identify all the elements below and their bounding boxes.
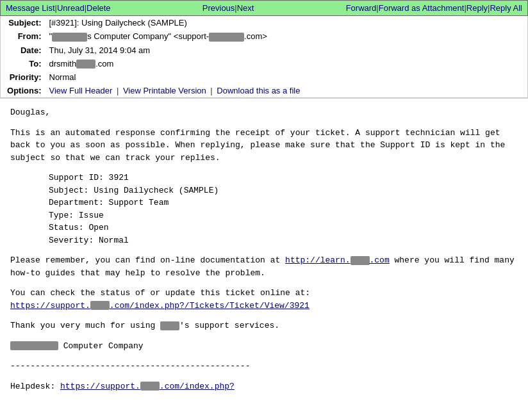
options-value: View Full Header | View Printable Versio…	[45, 84, 528, 98]
to-label: To:	[1, 57, 45, 71]
forward-link[interactable]: Forward	[346, 3, 377, 13]
detail-type: Type: Issue	[49, 209, 518, 222]
detail-support-id: Support ID: 3921	[49, 172, 518, 184]
from-redacted-2	[209, 33, 244, 42]
message-list-link[interactable]: Message List	[6, 3, 55, 13]
left-nav: Message List | Unread | Delete	[6, 3, 111, 13]
company-text: Computer Company	[63, 341, 144, 351]
para3-text: You can check the status of or update th…	[10, 288, 310, 298]
para3: You can check the status of or update th…	[10, 287, 518, 312]
forward-attachment-link[interactable]: Forward as Attachment	[379, 3, 465, 13]
date-row: Date: Thu, July 31, 2014 9:04 am	[1, 44, 528, 57]
greeting: Douglas,	[10, 106, 518, 119]
helpdesk-redacted	[140, 382, 160, 391]
to-redacted	[76, 60, 95, 69]
helpdesk-link[interactable]: https://support. .com/index.php?	[60, 382, 235, 391]
company-redacted	[10, 341, 58, 350]
delete-link[interactable]: Delete	[87, 3, 111, 13]
priority-row: Priority: Normal	[1, 70, 528, 84]
email-body: Douglas, This is an automated response c…	[0, 99, 528, 408]
email-header: Subject: [#3921]: Using Dailycheck (SAMP…	[0, 16, 528, 98]
company-name: Computer Company	[10, 340, 518, 353]
priority-value: Normal	[45, 70, 528, 84]
reply-link[interactable]: Reply	[466, 3, 488, 13]
view-full-header-link[interactable]: View Full Header	[49, 86, 113, 95]
to-value: drsmith .com	[45, 57, 528, 71]
learn-link[interactable]: http://learn. .com	[285, 255, 390, 265]
to-row: To: drsmith .com	[1, 57, 528, 71]
detail-subject: Subject: Using Dailycheck (SAMPLE)	[49, 184, 518, 197]
ticket-link[interactable]: https://support. .com/index.php?/Tickets…	[10, 301, 309, 311]
options-row: Options: View Full Header | View Printab…	[1, 84, 528, 98]
para4-suffix: 's support services.	[179, 321, 279, 330]
date-value: Thu, July 31, 2014 9:04 am	[45, 44, 528, 57]
ticket-details: Support ID: 3921 Subject: Using Dailyche…	[49, 172, 518, 246]
subject-label: Subject:	[1, 16, 45, 29]
download-link[interactable]: Download this as a file	[217, 86, 300, 95]
para2-prefix: Please remember, you can find on-line do…	[10, 255, 285, 265]
helpdesk-label: Helpdesk:	[10, 382, 60, 391]
from-row: From: " s Computer Company" <support- .c…	[1, 29, 528, 44]
detail-status: Status: Open	[49, 222, 518, 234]
para4-redacted	[160, 321, 179, 330]
ticket-redacted	[90, 301, 110, 310]
date-label: Date:	[1, 44, 45, 57]
priority-label: Priority:	[1, 70, 45, 84]
right-nav: Forward | Forward as Attachment | Reply …	[346, 3, 522, 13]
unread-link[interactable]: Unread	[57, 3, 85, 13]
options-label: Options:	[1, 84, 45, 98]
top-navigation-bar: Message List | Unread | Delete Previous …	[0, 0, 528, 16]
detail-severity: Severity: Normal	[49, 234, 518, 247]
from-label: From:	[1, 29, 45, 44]
para2: Please remember, you can find on-line do…	[10, 254, 518, 279]
para4: Thank you very much for using 's support…	[10, 319, 518, 332]
next-link[interactable]: Next	[237, 3, 254, 13]
para1: This is an automated response confirming…	[10, 127, 518, 165]
from-redacted-1	[52, 33, 87, 42]
options-sep1: |	[117, 86, 121, 95]
divider-line: ----------------------------------------…	[10, 360, 518, 373]
view-printable-link[interactable]: View Printable Version	[123, 86, 206, 95]
options-sep2: |	[210, 86, 215, 95]
reply-all-link[interactable]: Reply All	[490, 3, 522, 13]
learn-redacted	[351, 256, 370, 265]
subject-value: [#3921]: Using Dailycheck (SAMPLE)	[45, 16, 528, 29]
subject-row: Subject: [#3921]: Using Dailycheck (SAMP…	[1, 16, 528, 29]
detail-department: Department: Support Team	[49, 197, 518, 209]
center-nav: Previous | Next	[202, 3, 254, 13]
helpdesk: Helpdesk: https://support. .com/index.ph…	[10, 380, 518, 393]
from-value: " s Computer Company" <support- .com>	[45, 29, 528, 44]
previous-link[interactable]: Previous	[202, 3, 235, 13]
para4-prefix: Thank you very much for using	[10, 321, 160, 330]
